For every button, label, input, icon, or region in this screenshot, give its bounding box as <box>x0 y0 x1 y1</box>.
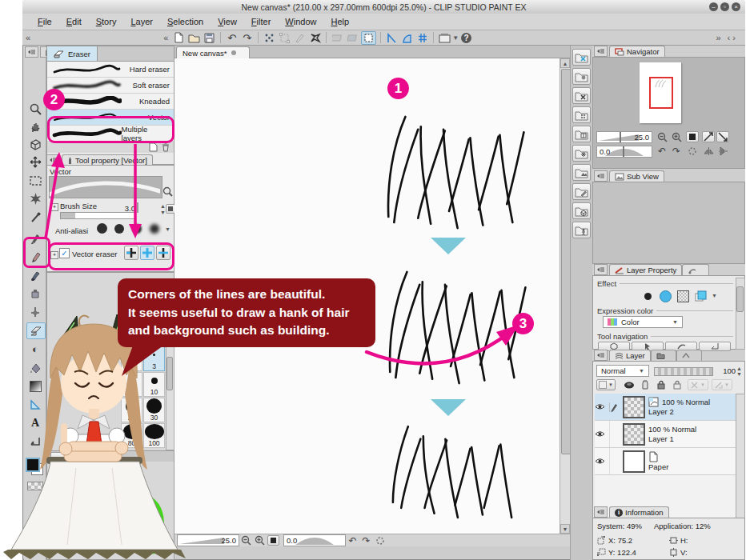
anti-alias-none-icon[interactable] <box>97 223 107 234</box>
snap-to-grid-icon[interactable] <box>415 32 429 44</box>
material-pose-button[interactable] <box>572 222 591 238</box>
layerprop-scrollbar[interactable] <box>736 278 745 350</box>
anti-alias-caret[interactable]: ▼ <box>165 226 170 232</box>
navigator-tab[interactable]: Navigator <box>609 46 665 57</box>
deselect-icon[interactable] <box>263 32 276 44</box>
scroll-up-icon[interactable]: ▲ <box>560 58 570 68</box>
subview-tab[interactable]: Sub View <box>609 170 664 182</box>
effect-paper-texture-icon[interactable] <box>657 289 673 303</box>
material-manga-button[interactable] <box>572 87 591 104</box>
restore-button[interactable]: ▫ <box>720 2 729 11</box>
brush-edit-icon[interactable] <box>293 32 307 44</box>
material-edit-button[interactable] <box>572 183 591 200</box>
toolprop-zoom-icon[interactable] <box>162 186 173 197</box>
nav-fit-icon[interactable] <box>686 131 699 142</box>
menu-view[interactable]: View <box>211 17 244 26</box>
material-monochrome-button[interactable] <box>572 68 591 85</box>
layer-row-paper[interactable]: Paper <box>595 448 736 475</box>
anti-alias-strong-icon[interactable] <box>150 224 159 234</box>
nav-zoom-fit-width-icon[interactable] <box>716 131 729 142</box>
subview-menu-icon[interactable] <box>594 170 608 182</box>
information-menu-icon[interactable] <box>594 506 608 518</box>
effect-tone-icon[interactable] <box>675 289 691 303</box>
nav-rotate-right-icon[interactable]: ↷ <box>670 146 683 157</box>
layer-row-layer2[interactable]: 100 % Normal Layer 2 <box>595 394 736 421</box>
rotate-left-icon[interactable]: ↶ <box>347 535 359 546</box>
nav-zoom-in-icon[interactable] <box>670 131 683 142</box>
visibility-eye-icon[interactable] <box>595 430 609 438</box>
opacity-stepper[interactable]: ▲▼ <box>736 366 742 377</box>
menu-selection[interactable]: Selection <box>160 17 211 26</box>
minimize-button[interactable]: – <box>709 2 718 11</box>
subtool-item-kneaded[interactable]: Kneaded <box>47 94 174 110</box>
effect-caret[interactable]: ▼ <box>712 293 717 298</box>
rotate-right-icon[interactable]: ↷ <box>360 535 372 546</box>
material-effect-button[interactable] <box>572 145 591 162</box>
tab-close-icon[interactable] <box>231 50 236 55</box>
menu-layer[interactable]: Layer <box>123 17 160 26</box>
navigator-rotate-slider[interactable]: 0.0 <box>596 146 652 158</box>
airbrush-tool-icon[interactable] <box>26 286 44 301</box>
free-transform-icon[interactable] <box>308 32 322 44</box>
dock-arrows-icon[interactable]: ‹ › <box>728 33 736 42</box>
collapse-left-icon[interactable]: « <box>26 33 30 42</box>
menu-filter[interactable]: Filter <box>244 17 278 26</box>
fit-to-screen-icon[interactable] <box>267 535 279 546</box>
material-color-pattern-button[interactable] <box>572 49 591 66</box>
close-button[interactable]: × <box>732 2 740 11</box>
effect-layer-color-icon[interactable] <box>692 289 708 303</box>
lock-layer-icon[interactable] <box>654 379 668 390</box>
canvas-vertical-scrollbar[interactable]: ▲ ▼ <box>560 58 570 534</box>
brush-size-slider[interactable] <box>60 212 135 219</box>
material-frame-template-button[interactable] <box>572 126 591 142</box>
anti-alias-weak-icon[interactable] <box>114 224 124 234</box>
subtool-group-tab-eraser[interactable]: Eraser <box>47 46 98 61</box>
operation-tool-icon[interactable] <box>26 137 44 152</box>
layer-row-layer1[interactable]: 100 % Normal Layer 1 <box>595 421 736 448</box>
layer-search-tab[interactable] <box>682 264 709 275</box>
clip-at-layer-below-icon[interactable] <box>638 379 652 390</box>
nav-zoom-100-icon[interactable] <box>702 131 715 142</box>
set-as-draft-combo[interactable]: ▼ <box>688 379 708 390</box>
material-3d-button[interactable] <box>572 202 591 219</box>
collapse-panel-icon[interactable]: « <box>163 33 168 42</box>
blend-mode-dropdown[interactable]: Normal ▼ <box>596 365 649 377</box>
visibility-eye-icon[interactable] <box>595 458 609 465</box>
document-tab[interactable]: New canvas* <box>176 46 250 58</box>
effect-border-icon[interactable] <box>640 289 656 303</box>
expression-color-dropdown[interactable]: Color ▼ <box>603 316 683 328</box>
paper-thumbnail[interactable] <box>623 450 645 473</box>
zoom-out-icon[interactable] <box>240 535 252 546</box>
layer2-thumbnail[interactable] <box>623 396 645 418</box>
scroll-down-icon[interactable]: ▼ <box>560 524 570 534</box>
reset-view-icon[interactable] <box>374 535 386 546</box>
nav-rotate-left-icon[interactable]: ↶ <box>656 146 668 157</box>
visibility-eye-icon[interactable] <box>595 403 609 410</box>
statusbar-rotate-slider[interactable]: 0.0 <box>283 534 346 546</box>
display-settings-icon[interactable] <box>438 32 451 44</box>
delete-subtool-icon[interactable] <box>162 142 170 152</box>
nav-reset-rotate-icon[interactable] <box>686 146 699 157</box>
material-image-button[interactable] <box>572 164 591 181</box>
layer-menu-icon[interactable] <box>594 350 608 361</box>
editing-pen-icon[interactable] <box>609 402 623 412</box>
reference-layer-icon[interactable] <box>622 379 636 390</box>
snap-to-special-ruler-icon[interactable] <box>400 32 414 44</box>
tool-panel-menu-icon[interactable] <box>25 46 38 58</box>
help-button[interactable]: ? <box>459 32 473 44</box>
nav-flip-horizontal-icon[interactable] <box>702 146 715 157</box>
create-subtool-icon[interactable] <box>149 142 158 152</box>
new-file-button[interactable] <box>172 32 186 44</box>
open-file-button[interactable] <box>187 32 201 44</box>
layer1-thumbnail[interactable] <box>623 423 645 446</box>
menu-window[interactable]: Window <box>278 17 323 26</box>
menu-help[interactable]: Help <box>323 17 356 26</box>
zoom-in-icon[interactable] <box>254 535 266 546</box>
information-tab[interactable]: i Information <box>609 506 669 518</box>
navigator-view-rect[interactable] <box>649 77 673 109</box>
nav-zoom-out-icon[interactable] <box>656 131 668 142</box>
layerprop-menu-icon[interactable] <box>594 264 608 275</box>
layer-color-combo[interactable]: ▼ <box>596 379 616 390</box>
snap-to-ruler-icon[interactable] <box>385 32 399 44</box>
subtool-item-soft-eraser[interactable]: Soft eraser <box>47 78 174 94</box>
